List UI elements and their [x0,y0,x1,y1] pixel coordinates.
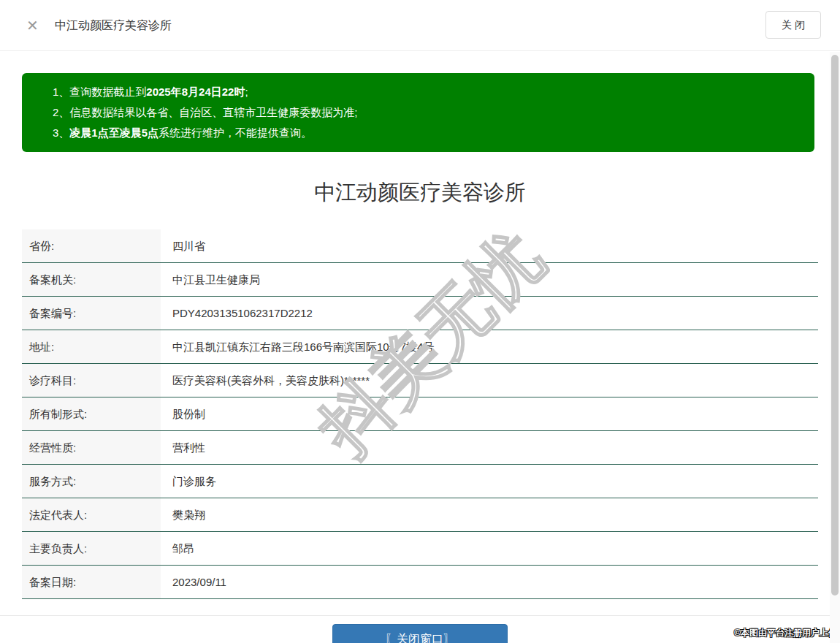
notice-text: 3、 [53,126,69,139]
table-row: 所有制形式: 股份制 [22,397,818,431]
notice-text: 1、查询数据截止到 [53,85,146,98]
table-row: 服务方式: 门诊服务 [22,465,818,498]
row-label: 地址: [22,330,161,363]
notice-text: ; [245,85,248,98]
clinic-title: 中江动颜医疗美容诊所 [0,178,840,208]
notice-line: 2、信息数据结果以各省、自治区、直辖市卫生健康委数据为准; [53,102,800,123]
credit-text: ©本图由平台注册用户上传 [734,627,837,639]
notice-text: 2、信息数据结果以各省、自治区、直辖市卫生健康委数据为准; [53,106,358,118]
scrollbar[interactable] [830,52,840,643]
row-label: 省份: [22,229,161,262]
row-value: 邹昂 [161,532,818,565]
close-button[interactable]: 关 闭 [765,11,821,39]
table-row: 经营性质: 营利性 [22,431,818,465]
row-value: 2023/09/11 [161,566,818,598]
button-row: 〖关闭窗口〗 [0,624,840,643]
header-bar: ✕ 中江动颜医疗美容诊所 关 闭 [0,0,840,51]
footer-divider [0,615,840,616]
notice-line: 1、查询数据截止到2025年8月24日22时; [53,82,800,102]
row-value: 樊枭翔 [161,498,818,531]
row-label: 备案编号: [22,297,161,330]
row-value: 中江县凯江镇东江右路三段166号南滨国际10号7楼4号 [161,330,818,363]
scrollbar-thumb[interactable] [831,55,839,596]
row-label: 备案日期: [22,566,161,598]
table-row: 地址: 中江县凯江镇东江右路三段166号南滨国际10号7楼4号 [22,330,818,364]
row-value: 医疗美容科(美容外科，美容皮肤科)****** [161,364,818,397]
notice-bold-text: 2025年8月24日22时 [146,85,245,98]
table-row: 主要负责人: 邹昂 [22,532,818,566]
notice-banner: 1、查询数据截止到2025年8月24日22时; 2、信息数据结果以各省、自治区、… [22,73,814,152]
table-row: 备案机关: 中江县卫生健康局 [22,263,818,297]
table-row: 诊疗科目: 医疗美容科(美容外科，美容皮肤科)****** [22,364,818,397]
close-window-button[interactable]: 〖关闭窗口〗 [332,624,508,643]
notice-text: 系统进行维护，不能提供查询。 [159,126,312,139]
table-row: 省份: 四川省 [22,229,818,263]
row-label: 服务方式: [22,465,161,498]
row-label: 经营性质: [22,431,161,464]
row-value: 营利性 [161,431,818,464]
row-label: 法定代表人: [22,498,161,531]
notice-bold-text: 凌晨1点至凌晨5点 [69,126,159,139]
row-label: 备案机关: [22,263,161,296]
row-value: 股份制 [161,397,818,430]
table-row: 备案日期: 2023/09/11 [22,566,818,599]
row-value: PDY42031351062317D2212 [161,297,818,330]
page-title: 中江动颜医疗美容诊所 [55,0,172,51]
detail-table: 省份: 四川省 备案机关: 中江县卫生健康局 备案编号: PDY42031351… [22,229,818,599]
row-value: 门诊服务 [161,465,818,498]
row-value: 中江县卫生健康局 [161,263,818,296]
row-label: 所有制形式: [22,397,161,430]
row-label: 诊疗科目: [22,364,161,397]
row-label: 主要负责人: [22,532,161,565]
row-value: 四川省 [161,229,818,262]
notice-line: 3、凌晨1点至凌晨5点系统进行维护，不能提供查询。 [53,123,800,143]
table-row: 备案编号: PDY42031351062317D2212 [22,297,818,330]
close-x-icon[interactable]: ✕ [26,0,39,51]
table-row: 法定代表人: 樊枭翔 [22,498,818,532]
